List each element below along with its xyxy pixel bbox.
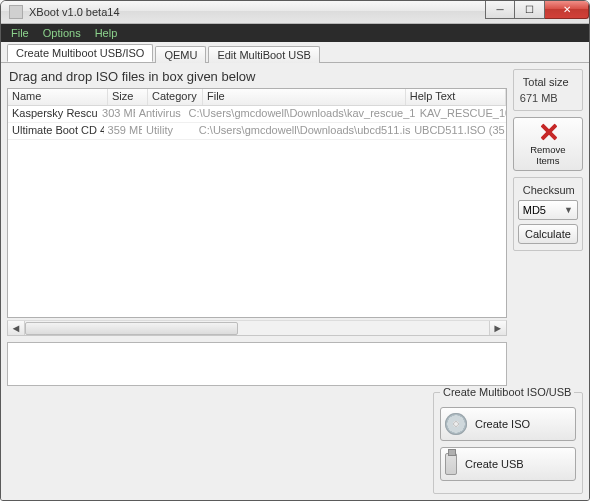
col-file[interactable]: File xyxy=(203,89,406,105)
tab-label: Create Multiboot USB/ISO xyxy=(16,47,144,59)
app-icon xyxy=(9,5,23,19)
right-column: Total size 671 MB Remove Items Checksum … xyxy=(513,69,583,386)
col-help[interactable]: Help Text xyxy=(406,89,506,105)
tab-label: Edit MultiBoot USB xyxy=(217,49,311,61)
checksum-selected: MD5 xyxy=(523,204,546,216)
list-header: Name Size Category File Help Text xyxy=(8,89,506,106)
instruction-text: Drag and drop ISO files in box given bel… xyxy=(7,69,507,88)
remove-items-button[interactable]: Remove Items xyxy=(513,117,583,171)
menu-help[interactable]: Help xyxy=(95,27,118,39)
cell-category: Antivirus xyxy=(135,106,185,122)
left-column: Drag and drop ISO files in box given bel… xyxy=(7,69,507,386)
tab-label: QEMU xyxy=(164,49,197,61)
calculate-button[interactable]: Calculate xyxy=(518,224,578,244)
cell-size: 303 MB xyxy=(98,106,135,122)
tab-strip: Create Multiboot USB/ISO QEMU Edit Multi… xyxy=(1,42,589,63)
bottom-area: Create Multiboot ISO/USB Create ISO Crea… xyxy=(1,392,589,500)
scroll-left-arrow[interactable]: ◄ xyxy=(8,321,25,334)
maximize-button[interactable]: ☐ xyxy=(515,1,545,19)
col-size[interactable]: Size xyxy=(108,89,148,105)
cell-file: C:\Users\gmcdowell\Downloads\ubcd511.iso xyxy=(195,123,410,139)
cell-file: C:\Users\gmcdowell\Downloads\kav_rescue_… xyxy=(185,106,416,122)
cell-category: Utility xyxy=(142,123,195,139)
create-group: Create Multiboot ISO/USB Create ISO Crea… xyxy=(433,392,583,494)
usb-icon xyxy=(445,453,457,475)
calculate-label: Calculate xyxy=(525,228,571,240)
window-controls: ─ ☐ ✕ xyxy=(485,1,589,19)
horizontal-scrollbar[interactable]: ◄ ► xyxy=(7,320,507,335)
scroll-right-arrow[interactable]: ► xyxy=(489,321,506,334)
iso-list[interactable]: Name Size Category File Help Text Kasper… xyxy=(7,88,507,318)
checksum-group: Checksum MD5 ▼ Calculate xyxy=(513,177,583,251)
x-icon xyxy=(538,122,558,142)
create-iso-button[interactable]: Create ISO xyxy=(440,407,576,441)
total-size-group: Total size 671 MB xyxy=(513,69,583,111)
cell-name: Ultimate Boot CD 4 DOS xyxy=(8,123,104,139)
checksum-select[interactable]: MD5 ▼ xyxy=(518,200,578,220)
col-category[interactable]: Category xyxy=(148,89,203,105)
cell-size: 359 MB xyxy=(104,123,142,139)
create-legend: Create Multiboot ISO/USB xyxy=(440,386,574,398)
create-usb-label: Create USB xyxy=(465,458,524,470)
table-row[interactable]: Ultimate Boot CD 4 DOS 359 MB Utility C:… xyxy=(8,123,506,140)
create-iso-label: Create ISO xyxy=(475,418,530,430)
menu-options[interactable]: Options xyxy=(43,27,81,39)
close-button[interactable]: ✕ xyxy=(545,1,589,19)
remove-items-label: Remove Items xyxy=(518,144,578,166)
minimize-button[interactable]: ─ xyxy=(485,1,515,19)
client-area: Drag and drop ISO files in box given bel… xyxy=(1,63,589,392)
tab-qemu[interactable]: QEMU xyxy=(155,46,206,63)
title-bar[interactable]: XBoot v1.0 beta14 ─ ☐ ✕ xyxy=(1,1,589,24)
total-size-legend: Total size xyxy=(520,76,572,88)
table-row[interactable]: Kaspersky Rescue Disk 303 MB Antivirus C… xyxy=(8,106,506,123)
app-window: XBoot v1.0 beta14 ─ ☐ ✕ File Options Hel… xyxy=(0,0,590,501)
menu-bar: File Options Help xyxy=(1,24,589,42)
disc-icon xyxy=(445,413,467,435)
cell-help: KAV_RESCUE_10 xyxy=(416,106,506,122)
create-usb-button[interactable]: Create USB xyxy=(440,447,576,481)
total-size-value: 671 MB xyxy=(518,92,578,104)
tab-create-multiboot[interactable]: Create Multiboot USB/ISO xyxy=(7,44,153,62)
chevron-down-icon: ▼ xyxy=(564,205,573,215)
cell-help: UBCD511.ISO (35 xyxy=(410,123,506,139)
scroll-track[interactable] xyxy=(25,321,489,334)
col-name[interactable]: Name xyxy=(8,89,108,105)
drop-target-box[interactable] xyxy=(7,342,507,386)
checksum-legend: Checksum xyxy=(520,184,578,196)
window-title: XBoot v1.0 beta14 xyxy=(29,6,120,18)
scroll-thumb[interactable] xyxy=(25,322,238,335)
menu-file[interactable]: File xyxy=(11,27,29,39)
tab-edit-multiboot[interactable]: Edit MultiBoot USB xyxy=(208,46,320,63)
list-body[interactable]: Kaspersky Rescue Disk 303 MB Antivirus C… xyxy=(8,106,506,317)
cell-name: Kaspersky Rescue Disk xyxy=(8,106,98,122)
